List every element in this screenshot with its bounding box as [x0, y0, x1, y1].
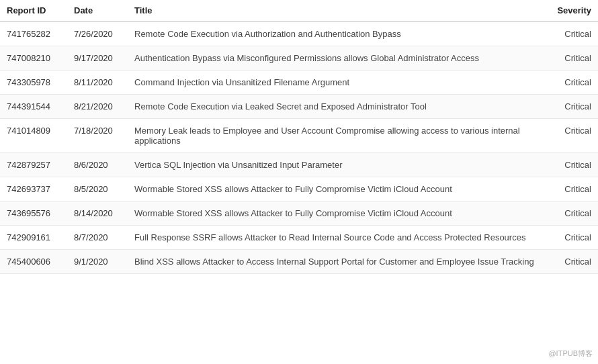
- col-header-title: Title: [128, 0, 544, 21]
- table-row: 7428792578/6/2020Vertica SQL Injection v…: [0, 153, 598, 177]
- cell-report-id: 743695576: [0, 201, 67, 226]
- cell-title: Wormable Stored XSS allows Attacker to F…: [128, 177, 544, 201]
- cell-severity: Critical: [544, 177, 598, 201]
- cell-report-id: 742909161: [0, 226, 67, 250]
- table-row: 7443915448/21/2020Remote Code Execution …: [0, 95, 598, 119]
- cell-title: Blind XSS allows Attacker to Access Inte…: [128, 250, 544, 274]
- cell-date: 8/14/2020: [67, 201, 128, 226]
- col-header-date: Date: [67, 0, 128, 21]
- cell-title: Vertica SQL Injection via Unsanitized In…: [128, 153, 544, 177]
- col-header-severity: Severity: [544, 0, 598, 21]
- reports-table: Report ID Date Title Severity 7417652827…: [0, 0, 598, 274]
- cell-date: 7/26/2020: [67, 21, 128, 46]
- cell-report-id: 743305978: [0, 71, 67, 95]
- table-row: 7454006069/1/2020Blind XSS allows Attack…: [0, 250, 598, 274]
- cell-report-id: 741765282: [0, 21, 67, 46]
- cell-severity: Critical: [544, 71, 598, 95]
- cell-severity: Critical: [544, 119, 598, 153]
- cell-date: 8/7/2020: [67, 226, 128, 250]
- table-header-row: Report ID Date Title Severity: [0, 0, 598, 21]
- cell-severity: Critical: [544, 153, 598, 177]
- cell-title: Memory Leak leads to Employee and User A…: [128, 119, 544, 153]
- cell-date: 9/17/2020: [67, 46, 128, 71]
- table-row: 7426937378/5/2020Wormable Stored XSS all…: [0, 177, 598, 201]
- cell-title: Authentication Bypass via Misconfigured …: [128, 46, 544, 71]
- cell-date: 8/5/2020: [67, 177, 128, 201]
- table-row: 7470082109/17/2020Authentication Bypass …: [0, 46, 598, 71]
- cell-date: 8/6/2020: [67, 153, 128, 177]
- cell-title: Remote Code Execution via Authorization …: [128, 21, 544, 46]
- cell-date: 7/18/2020: [67, 119, 128, 153]
- cell-report-id: 742693737: [0, 177, 67, 201]
- cell-severity: Critical: [544, 250, 598, 274]
- cell-report-id: 745400606: [0, 250, 67, 274]
- cell-report-id: 744391544: [0, 95, 67, 119]
- cell-title: Wormable Stored XSS allows Attacker to F…: [128, 201, 544, 226]
- cell-severity: Critical: [544, 46, 598, 71]
- cell-severity: Critical: [544, 201, 598, 226]
- cell-report-id: 742879257: [0, 153, 67, 177]
- watermark: @ITPUB博客: [548, 349, 593, 359]
- col-header-report-id: Report ID: [0, 0, 67, 21]
- cell-severity: Critical: [544, 21, 598, 46]
- table-row: 7429091618/7/2020Full Response SSRF allo…: [0, 226, 598, 250]
- cell-severity: Critical: [544, 95, 598, 119]
- table-row: 7433059788/11/2020Command Injection via …: [0, 71, 598, 95]
- cell-title: Remote Code Execution via Leaked Secret …: [128, 95, 544, 119]
- cell-title: Full Response SSRF allows Attacker to Re…: [128, 226, 544, 250]
- cell-date: 9/1/2020: [67, 250, 128, 274]
- table-row: 7410148097/18/2020Memory Leak leads to E…: [0, 119, 598, 153]
- cell-severity: Critical: [544, 226, 598, 250]
- cell-date: 8/21/2020: [67, 95, 128, 119]
- table-row: 7436955768/14/2020Wormable Stored XSS al…: [0, 201, 598, 226]
- cell-date: 8/11/2020: [67, 71, 128, 95]
- cell-report-id: 741014809: [0, 119, 67, 153]
- cell-report-id: 747008210: [0, 46, 67, 71]
- cell-title: Command Injection via Unsanitized Filena…: [128, 71, 544, 95]
- table-row: 7417652827/26/2020Remote Code Execution …: [0, 21, 598, 46]
